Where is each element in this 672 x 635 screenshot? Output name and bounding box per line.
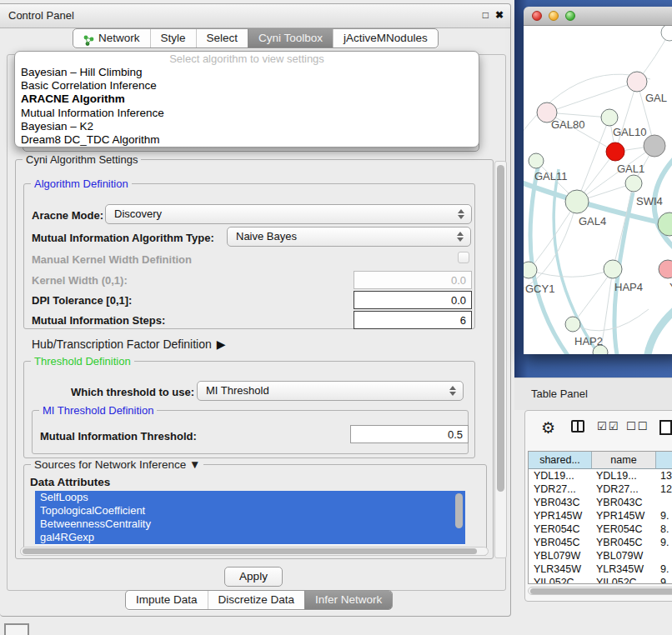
attribute-list-item[interactable]: gal4RGexp (35, 531, 465, 544)
tab-select[interactable]: Select (196, 29, 248, 48)
network-node-gal4[interactable] (565, 190, 589, 213)
kernel-width-field[interactable]: 0.0 (354, 271, 472, 289)
scrollbar-thumb[interactable] (497, 165, 504, 492)
combo-stepper-icon (457, 208, 464, 220)
network-node-gcy1[interactable] (524, 262, 537, 278)
attribute-list-item[interactable]: TopologicalCoefficient (35, 504, 465, 518)
dropdown-item[interactable]: Basic Correlation Inference (15, 79, 479, 92)
mi-type-label: Mutual Information Algorithm Type: (32, 232, 214, 244)
network-node-gal[interactable] (627, 72, 647, 92)
apply-button[interactable]: Apply (224, 567, 283, 587)
tab-jactivemnodules[interactable]: jActiveMNodules (333, 29, 438, 48)
scrollbar-thumb[interactable] (23, 548, 477, 554)
tab-impute-data[interactable]: Impute Data (126, 591, 208, 609)
expanded-arrow-icon: ▼ (189, 458, 200, 471)
column-header-name[interactable]: name (592, 452, 656, 469)
network-window-titlebar (524, 7, 672, 26)
tab-cyni-toolbox[interactable]: Cyni Toolbox (248, 29, 333, 48)
manual-kernel-checkbox[interactable] (458, 252, 469, 263)
column-header-A[interactable]: A (656, 452, 672, 469)
tab-discretize-data[interactable]: Discretize Data (208, 591, 305, 609)
table-row[interactable]: YBR043CYBR043C (529, 496, 672, 509)
checked-columns-icon[interactable]: ☑☑ (597, 420, 619, 432)
attribute-list-item[interactable]: SelfLoops (35, 491, 465, 504)
table-cell: 9. (660, 509, 669, 522)
mi-type-combo[interactable]: Naive Bayes (227, 227, 471, 247)
settings-horizontal-scrollbar[interactable] (20, 547, 489, 556)
mi-steps-field[interactable]: 6 (354, 311, 472, 329)
document-icon[interactable] (659, 420, 672, 435)
node-label-gal1: GAL1 (617, 162, 644, 175)
aracne-mode-combo[interactable]: Discovery (105, 204, 472, 224)
table-cell: YBR043C (534, 496, 580, 509)
dropdown-item[interactable]: ARACNE Algorithm (15, 92, 479, 106)
tab-label: Network (98, 29, 140, 48)
algorithm-dropdown-popup: Select algorithm to view settings Bayesi… (14, 51, 479, 148)
tab-infer-network[interactable]: Infer Network (304, 591, 392, 609)
table-row[interactable]: YER054CYER054C8. (529, 522, 672, 536)
table-row[interactable]: YDR27...YDR27...12 (529, 482, 672, 496)
table-cell: 9. (660, 536, 669, 549)
split-columns-icon[interactable] (571, 420, 584, 432)
network-node-gal1[interactable] (625, 175, 642, 192)
table-row[interactable]: YBL079WYBL079W (529, 549, 672, 562)
table-row[interactable]: YIL052CYIL052C9 (529, 576, 672, 584)
data-attributes-list: SelfLoopsTopologicalCoefficientBetweenne… (35, 491, 465, 545)
network-node-hap2[interactable] (565, 317, 580, 332)
tab-network[interactable]: Network (73, 29, 150, 48)
sources-title[interactable]: Sources for Network Inference ▼ (31, 458, 203, 471)
network-node-hap4[interactable] (604, 260, 622, 278)
network-node[interactable] (661, 26, 672, 41)
zoom-traffic-light-icon[interactable] (565, 11, 575, 21)
mi-type-value: Naive Bayes (236, 230, 297, 242)
combo-stepper-icon (456, 231, 464, 242)
network-node-gal11[interactable] (529, 153, 544, 168)
table-cell: YBR045C (596, 536, 643, 549)
float-window-icon[interactable]: □ (483, 9, 489, 21)
network-node[interactable] (644, 135, 665, 157)
attribute-list-item[interactable]: BetweennessCentrality (35, 518, 465, 531)
attributes-list-scrollbar[interactable] (455, 492, 464, 543)
close-traffic-light-icon[interactable] (532, 11, 542, 21)
table-body: YDL19...YDL19...13YDR27...YDR27...12YBR0… (529, 469, 672, 584)
minimize-traffic-light-icon[interactable] (549, 11, 559, 21)
mi-threshold-field[interactable]: 0.5 (350, 425, 469, 443)
node-table: shared...nameA YDL19...YDL19...13YDR27..… (528, 451, 672, 584)
tab-label: Discretize Data (218, 591, 295, 609)
dropdown-item[interactable]: Bayesian – Hill Climbing (15, 66, 479, 79)
table-row[interactable]: YBR045CYBR045C9. (529, 536, 672, 549)
dropdown-hint: Select algorithm to view settings (15, 52, 479, 66)
network-node-gal10[interactable] (601, 109, 618, 126)
settings-gear-icon[interactable]: ⚙ (541, 420, 555, 436)
network-canvas[interactable]: GALGAL80GAL10GAL1SWI4GAL11GAL4GCY1HAP4YH… (524, 26, 672, 354)
which-threshold-combo[interactable]: MI Threshold (197, 381, 464, 401)
column-header-shared[interactable]: shared... (529, 452, 592, 469)
dropdown-item[interactable]: Mutual Information Inference (15, 107, 479, 120)
tab-style[interactable]: Style (150, 29, 196, 48)
threshold-definition-title: Threshold Definition (31, 355, 134, 368)
sources-title-text: Sources for Network Inference (34, 458, 186, 471)
close-window-icon[interactable]: ✖ (495, 9, 504, 21)
settings-vertical-scrollbar[interactable] (494, 161, 507, 558)
scrollbar-thumb[interactable] (455, 493, 463, 528)
network-node[interactable] (606, 142, 624, 161)
table-row[interactable]: YLR345WYLR345W9. (529, 562, 672, 576)
table-row[interactable]: YDL19...YDL19...13 (529, 469, 672, 482)
table-horizontal-scrollbar[interactable] (528, 587, 672, 595)
dropdown-item[interactable]: Dream8 DC_TDC Algorithm (15, 133, 479, 147)
tab-label: jActiveMNodules (344, 29, 428, 48)
dpi-tolerance-field[interactable]: 0.0 (354, 291, 472, 309)
kernel-width-label: Kernel Width (0,1): (32, 274, 128, 287)
dpi-tolerance-label: DPI Tolerance [0,1]: (32, 294, 132, 307)
unchecked-columns-icon[interactable]: ☐☐ (626, 420, 649, 432)
scrollbar-thumb[interactable] (530, 588, 672, 594)
node-label-hap4: HAP4 (614, 281, 643, 293)
dropdown-item[interactable]: Bayesian – K2 (15, 120, 479, 133)
network-node-y[interactable] (659, 260, 672, 278)
mi-threshold-definition-title: MI Threshold Definition (39, 404, 157, 417)
table-row[interactable]: YPR145WYPR145W9. (529, 509, 672, 522)
hub-definition-label: Hub/Transcription Factor Definition (32, 338, 212, 351)
hub-definition-toggle[interactable]: Hub/Transcription Factor Definition▶ (32, 338, 226, 351)
tab-label: Select (207, 29, 238, 48)
tab-label: Impute Data (136, 591, 198, 609)
